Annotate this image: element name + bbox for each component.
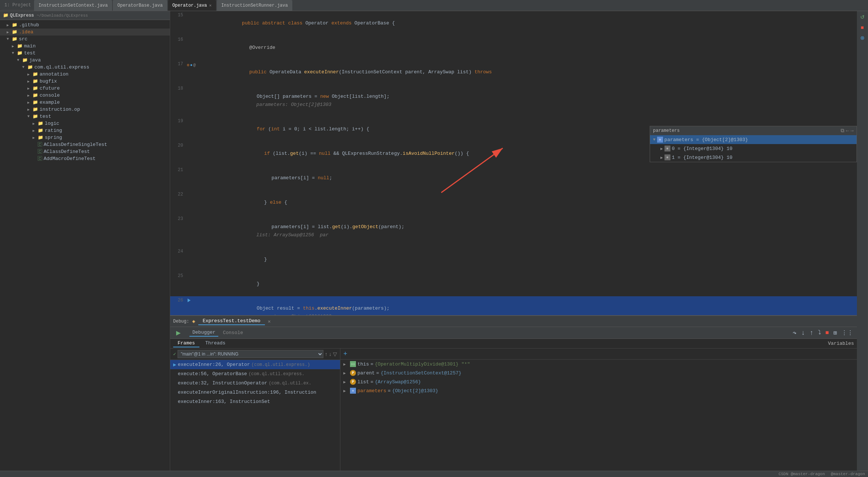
tree-label-example: example xyxy=(40,100,60,105)
tree-item-idea[interactable]: ▶ 📁 .idea xyxy=(0,29,170,36)
expand-arrow-instruction-op[interactable]: ▶ xyxy=(27,107,33,112)
expand-arrow-com-ql[interactable]: ▼ xyxy=(22,65,27,69)
tab-operatorbase[interactable]: OperatorBase.java xyxy=(113,0,167,11)
frame-name-3: executeInnerOriginalInstruction:196, Ins… xyxy=(178,390,316,395)
expand-arrow-1[interactable]: ▶ xyxy=(660,155,663,160)
tree-item-test[interactable]: ▼ 📁 test xyxy=(0,50,170,57)
expand-arrow-bugfix[interactable]: ▶ xyxy=(27,79,33,84)
debug-popup-item-0[interactable]: ▶ ≡ 0 = {Integer@1304} 10 xyxy=(650,144,857,153)
expand-arrow-test[interactable]: ▼ xyxy=(12,51,17,55)
tab-threads[interactable]: Threads xyxy=(201,340,230,347)
sidebar: 📁 QLExpress ~/Downloads/QLExpress ▶ 📁 .g… xyxy=(0,11,170,471)
settings-icon[interactable]: ⋮⋮ xyxy=(841,329,853,337)
folder-icon-instruction-op: 📁 xyxy=(33,107,38,112)
tree-item-spring[interactable]: ▶ 📁 spring xyxy=(0,134,170,141)
stop-button[interactable]: ■ xyxy=(858,23,867,32)
expand-arrow-github[interactable]: ▶ xyxy=(7,23,12,27)
copy-icon[interactable]: ⧉ xyxy=(841,128,844,134)
tree-item-aclassdefine[interactable]: 🇨 AClassDefineTest xyxy=(0,148,170,155)
add-watch-button[interactable]: + xyxy=(343,350,347,358)
vars-toolbar: + xyxy=(340,348,857,360)
expand-arrow-annotation[interactable]: ▶ xyxy=(27,72,33,77)
tree-item-annotation[interactable]: ▶ 📁 annotation xyxy=(0,71,170,78)
expand-arrow-parameters[interactable]: ▼ xyxy=(653,137,656,142)
expand-arrow-test2[interactable]: ▼ xyxy=(27,114,33,119)
var-item-this[interactable]: ▶ ○○ this = {OperatorMultiplyDivide@1301… xyxy=(340,360,857,368)
frame-item-3[interactable]: ▶ executeInnerOriginalInstruction:196, I… xyxy=(170,388,340,397)
expand-arrow-src[interactable]: ▼ xyxy=(7,37,12,41)
code-editor[interactable]: 15 public abstract class Operator extend… xyxy=(170,11,857,315)
evaluate-icon[interactable]: ⊞ xyxy=(833,329,837,337)
debug-popup-item-parameters[interactable]: ▼ ≡ parameters = {Object[2]@1303} xyxy=(650,135,857,144)
tab-instructionsetrunner[interactable]: InstructionSetRunner.java xyxy=(217,0,292,11)
resume-button[interactable]: ▶ xyxy=(173,328,184,337)
expand-arrow-java[interactable]: ▼ xyxy=(17,58,22,62)
folder-icon-cfuture: 📁 xyxy=(33,86,38,91)
var-item-list[interactable]: ▶ P list = {ArraySwap@1256} xyxy=(340,377,857,386)
frame-item-1[interactable]: ▶ execute:56, OperatorBase (com.ql.util.… xyxy=(170,369,340,378)
expand-arrow-console[interactable]: ▶ xyxy=(27,93,33,98)
expand-arrow-example[interactable]: ▶ xyxy=(27,100,33,105)
tree-item-rating[interactable]: ▶ 📁 rating xyxy=(0,127,170,134)
step-over-icon[interactable]: ↷ xyxy=(793,329,797,337)
tab-debugger[interactable]: Debugger xyxy=(189,329,218,337)
expand-arrow-cfuture[interactable]: ▶ xyxy=(27,86,33,91)
stop-icon[interactable]: ■ xyxy=(825,330,829,336)
mute-button[interactable]: ⊗ xyxy=(858,33,867,42)
forward-icon[interactable]: → xyxy=(851,128,854,134)
expand-arrow-parameters-vars[interactable]: ▶ xyxy=(343,388,349,393)
tree-item-java[interactable]: ▼ 📁 java xyxy=(0,57,170,64)
back-icon[interactable]: ← xyxy=(846,128,849,134)
folder-icon-main: 📁 xyxy=(17,43,23,49)
expand-arrow-logic[interactable]: ▶ xyxy=(33,121,38,126)
tree-item-addmacro[interactable]: 🇨 AddMacroDefineTest xyxy=(0,155,170,162)
var-item-parameters[interactable]: ▶ ≡ parameters = {Object[2]@1303} xyxy=(340,386,857,395)
tree-item-github[interactable]: ▶ 📁 .github xyxy=(0,21,170,29)
close-icon[interactable]: ✕ xyxy=(209,3,212,8)
expand-arrow-0[interactable]: ▶ xyxy=(660,146,663,151)
expand-arrow-idea[interactable]: ▶ xyxy=(7,30,12,34)
step-out-icon[interactable]: ↑ xyxy=(810,329,814,337)
tree-item-main[interactable]: ▶ 📁 main xyxy=(0,43,170,50)
tree-item-bugfix[interactable]: ▶ 📁 bugfix xyxy=(0,78,170,85)
tree-item-example[interactable]: ▶ 📁 example xyxy=(0,99,170,106)
debug-popup-item-1[interactable]: ▶ ≡ 1 = {Integer@1304} 10 xyxy=(650,153,857,162)
tree-item-cfuture[interactable]: ▶ 📁 cfuture xyxy=(0,85,170,92)
tab-frames[interactable]: Frames xyxy=(173,340,199,347)
expand-arrow-main[interactable]: ▶ xyxy=(12,44,17,49)
tree-label-java: java xyxy=(29,57,41,63)
tab-operator[interactable]: Operator.java ✕ xyxy=(168,0,216,11)
expand-arrow-rating[interactable]: ▶ xyxy=(33,129,38,133)
filter-frames[interactable]: ▽ xyxy=(333,351,337,357)
tree-item-console[interactable]: ▶ 📁 console xyxy=(0,92,170,99)
expand-arrow-this[interactable]: ▶ xyxy=(343,362,349,367)
branch-info: @master-dragon xyxy=(831,472,865,476)
code-line-22: 22 } else { xyxy=(170,190,857,215)
step-into-icon[interactable]: ↓ xyxy=(801,329,805,337)
expand-arrow-list[interactable]: ▶ xyxy=(343,380,349,384)
frame-item-0[interactable]: ▶ executeInner:26, Operator (com.ql.util… xyxy=(170,360,340,369)
tree-item-test2[interactable]: ▼ 📁 test xyxy=(0,113,170,120)
tree-item-com-ql[interactable]: ▼ 📁 com.ql.util.express xyxy=(0,64,170,71)
frame-item-2[interactable]: ▶ execute:32, InstructionOperator (com.q… xyxy=(170,378,340,388)
expand-arrow-parent[interactable]: ▶ xyxy=(343,371,349,376)
run-to-cursor-icon[interactable]: ⤵ xyxy=(818,329,821,336)
tree-item-logic[interactable]: ▶ 📁 logic xyxy=(0,120,170,127)
tab-instructionsetcontext[interactable]: InstructionSetContext.java xyxy=(34,0,112,11)
sort-frames-up[interactable]: ↑ xyxy=(325,351,327,357)
side-tab-project[interactable]: 1: Project xyxy=(1,1,34,10)
restart-button[interactable]: ↺ xyxy=(858,13,867,21)
debug-close-icon[interactable]: ✕ xyxy=(268,318,271,324)
frame-item-4[interactable]: ▶ executeInner:163, InstructionSet xyxy=(170,397,340,406)
sort-frames-down[interactable]: ↓ xyxy=(329,351,332,357)
debug-tab-session[interactable]: ExpressTest.testDemo xyxy=(198,317,265,325)
tree-item-aclassdefinesingle[interactable]: 🇨 AClassDefineSingleTest xyxy=(0,141,170,148)
frame-class-2: (com.ql.util.ex. xyxy=(269,381,311,386)
tree-item-src[interactable]: ▼ 📁 src xyxy=(0,36,170,43)
thread-dropdown[interactable]: "main"@1 in ...in": RUNNING xyxy=(178,350,323,358)
tree-label-github: .github xyxy=(19,22,39,28)
expand-arrow-spring[interactable]: ▶ xyxy=(33,136,38,140)
var-item-parent[interactable]: ▶ P parent = {InstructionSetContext@1257… xyxy=(340,368,857,377)
tree-item-instruction-op[interactable]: ▶ 📁 instruction.op xyxy=(0,106,170,113)
tab-console[interactable]: Console xyxy=(220,329,246,336)
